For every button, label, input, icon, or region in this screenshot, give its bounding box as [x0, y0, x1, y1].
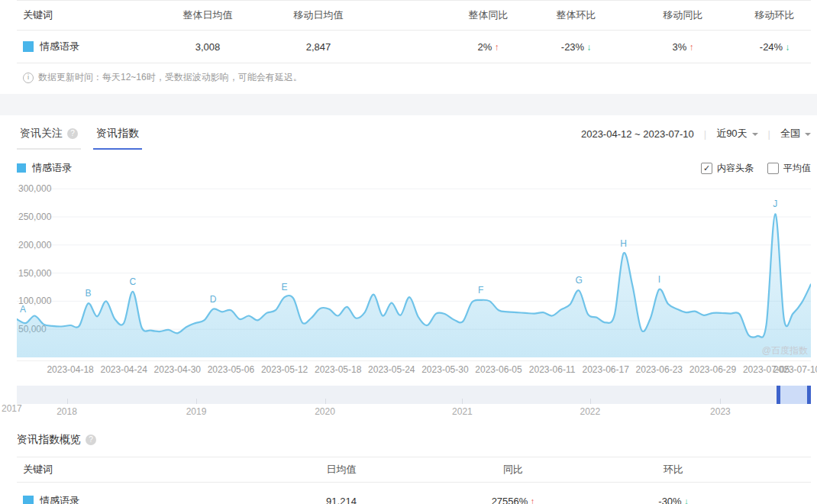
year-tick: [325, 399, 326, 404]
trend-arrow-icon: ↓: [586, 42, 591, 53]
svg-text:A: A: [20, 304, 26, 315]
legend-color-swatch-icon: [17, 163, 26, 173]
x-tick-label: 2023-05-12: [261, 364, 308, 375]
chart-options: 内容头条 平均值: [701, 162, 811, 175]
x-tick-label: 2023-07-10: [773, 364, 817, 375]
date-range-label[interactable]: 2023-04-12 ~ 2023-07-10: [581, 128, 694, 140]
tab-news-attention[interactable]: 资讯关注: [17, 122, 81, 150]
col-mobile-daily-avg: 移动日均值: [261, 8, 376, 22]
col-overall-yoy: 整体同比: [437, 8, 540, 22]
x-tick-label: 2023-04-18: [47, 364, 93, 375]
slider-left-handle[interactable]: [777, 386, 780, 404]
x-tick-label: 2023-05-18: [315, 364, 361, 375]
slider-track[interactable]: [17, 386, 811, 404]
x-tick-label: 2023-05-06: [208, 364, 254, 375]
data-update-note: 数据更新时间：每天12~16时，受数据波动影响，可能会有延迟。: [17, 63, 811, 94]
svg-text:300,000: 300,000: [18, 183, 52, 194]
chevron-down-icon: [805, 133, 811, 139]
mobile-daily-avg-value: 2,847: [261, 41, 376, 53]
chart-x-axis: 2023-04-182023-04-242023-04-302023-05-06…: [17, 360, 811, 376]
timeline-slider: 2017201820192020202120222023: [17, 386, 811, 419]
svg-text:E: E: [282, 282, 288, 292]
overall-mom-value: -23%↓: [540, 41, 612, 53]
mom-value: -30%↓: [589, 496, 757, 504]
overview-title: 资讯指数概览: [17, 433, 81, 447]
trend-arrow-icon: ↓: [785, 42, 790, 53]
x-tick-label: 2023-06-05: [475, 364, 522, 375]
divider: [768, 128, 770, 140]
keyword-cell[interactable]: 情感语录: [17, 494, 246, 504]
trend-section: 资讯关注 资讯指数 2023-04-12 ~ 2023-07-10 近90天 全…: [17, 122, 811, 504]
col-mobile-yoy: 移动同比: [628, 8, 738, 22]
keyword-cell[interactable]: 情感语录: [17, 40, 154, 53]
checkbox-icon: [767, 163, 779, 174]
col-keyword: 关键词: [17, 8, 154, 22]
trend-arrow-icon: ↑: [689, 42, 693, 53]
summary-table-header: 关键词 整体日均值 移动日均值 整体同比 整体环比 移动同比 移动环比: [17, 1, 811, 31]
year-label: 2020: [315, 406, 335, 417]
daily-avg-value: 91,214: [246, 496, 437, 504]
svg-text:150,000: 150,000: [18, 268, 52, 279]
help-question-icon[interactable]: [67, 128, 78, 139]
col-mom: 环比: [589, 463, 757, 477]
col-keyword: 关键词: [17, 463, 246, 477]
x-tick-label: 2023-06-17: [582, 364, 628, 375]
svg-text:B: B: [85, 288, 91, 299]
info-circle-icon: [23, 73, 34, 83]
x-tick-label: 2023-05-30: [421, 364, 468, 375]
svg-text:J: J: [773, 199, 777, 209]
svg-text:200,000: 200,000: [18, 240, 52, 250]
keyword-summary-table: 关键词 整体日均值 移动日均值 整体同比 整体环比 移动同比 移动环比 情感语录…: [17, 0, 811, 94]
trend-arrow-icon: ↓: [684, 496, 689, 504]
x-tick-label: 2023-04-24: [100, 364, 147, 375]
trend-chart-canvas[interactable]: 300,000250,000200,000150,000100,00050,00…: [17, 183, 811, 360]
x-tick-label: 2023-06-23: [636, 364, 683, 375]
slider-selected-range[interactable]: [778, 386, 809, 404]
year-label: 2023: [710, 406, 731, 417]
keyword-color-swatch-icon: [23, 496, 34, 504]
year-label: 2018: [57, 406, 77, 417]
svg-text:H: H: [620, 238, 627, 249]
overview-title-row: 资讯指数概览: [17, 433, 811, 447]
year-tick: [720, 399, 721, 404]
year-tick: [462, 399, 463, 404]
region-dropdown[interactable]: 全国: [780, 127, 811, 141]
year-tick: [67, 399, 68, 404]
trend-arrow-icon: ↑: [494, 42, 499, 53]
overview-table-header: 关键词 日均值 同比 环比: [17, 457, 811, 483]
slider-right-handle[interactable]: [807, 386, 811, 404]
yoy-value: 27556%↑: [437, 496, 589, 504]
keyword-label: 情感语录: [40, 494, 79, 504]
overview-table-row: 情感语录 91,214 27556%↑ -30%↓: [17, 483, 811, 504]
checkbox-label: 平均值: [783, 162, 811, 175]
checkbox-content-headlines[interactable]: 内容头条: [701, 162, 754, 175]
overall-daily-avg-value: 3,008: [154, 41, 261, 53]
chevron-down-icon: [752, 133, 758, 139]
series-legend[interactable]: 情感语录: [17, 161, 72, 175]
year-label: 2019: [186, 406, 207, 417]
keyword-label: 情感语录: [40, 40, 79, 53]
svg-text:G: G: [576, 275, 583, 286]
col-yoy: 同比: [437, 463, 589, 477]
checkbox-icon: [701, 163, 712, 174]
baidu-index-watermark: @百度指数: [762, 344, 808, 357]
legend-label: 情感语录: [32, 161, 72, 175]
keyword-color-swatch-icon: [23, 41, 34, 52]
tab-news-index[interactable]: 资讯指数: [93, 122, 142, 150]
col-overall-mom: 整体环比: [540, 8, 612, 22]
svg-text:D: D: [210, 294, 217, 305]
time-range-dropdown[interactable]: 近90天: [716, 127, 757, 141]
trend-toolbar: 资讯关注 资讯指数 2023-04-12 ~ 2023-07-10 近90天 全…: [17, 122, 811, 150]
trend-tabs: 资讯关注 资讯指数: [17, 122, 142, 150]
trend-chart-svg: 300,000250,000200,000150,000100,00050,00…: [17, 183, 811, 360]
checkbox-label: 内容头条: [717, 162, 754, 175]
help-question-icon[interactable]: [86, 435, 96, 445]
range-controls: 2023-04-12 ~ 2023-07-10 近90天 全国: [581, 127, 811, 150]
checkbox-average[interactable]: 平均值: [767, 162, 811, 175]
summary-table-row: 情感语录 3,008 2,847 2%↑ -23%↓ 3%↑ -24%↓: [17, 31, 811, 63]
mobile-yoy-value: 3%↑: [628, 41, 738, 53]
year-label: 2022: [580, 406, 601, 417]
col-overall-daily-avg: 整体日均值: [154, 8, 261, 22]
x-tick-label: 2023-05-24: [368, 364, 415, 375]
section-divider-band: [0, 94, 817, 115]
